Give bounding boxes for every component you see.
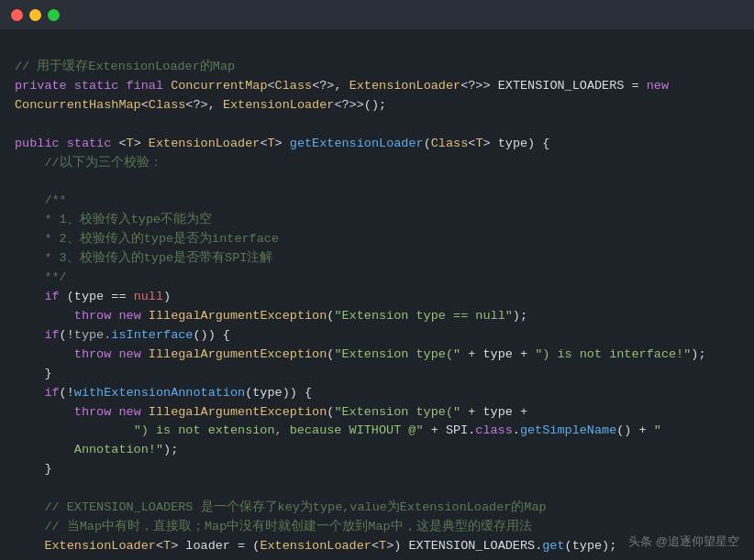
code-editor: // 用于缓存ExtensionLoader的Map private stati… [0, 29, 754, 560]
line-comment1: // 用于缓存ExtensionLoader的Map [15, 58, 739, 77]
line-jsdoc1: /** [15, 192, 739, 211]
line-throw3a: throw new IllegalArgumentException("Exte… [15, 403, 739, 423]
line-jsdoc2: * 1、校验传入type不能为空 [15, 211, 739, 230]
minimize-dot[interactable] [29, 9, 41, 21]
line-blank3 [15, 172, 739, 192]
line-if-null: if (type == null) [15, 288, 739, 307]
line-blank2 [15, 115, 739, 135]
line-blank1 [15, 38, 739, 58]
line-code2: private static final ConcurrentMap<Class… [15, 77, 739, 96]
line-comment3: // EXTENSION_LOADERS 是一个保存了key为type,valu… [15, 499, 739, 518]
maximize-dot[interactable] [48, 9, 60, 21]
line-jsdoc3: * 2、校验传入的type是否为interface [15, 230, 739, 249]
window-bar [0, 0, 754, 29]
close-dot[interactable] [11, 9, 23, 21]
line-throw1: throw new IllegalArgumentException("Exte… [15, 307, 739, 326]
line-brace1: } [15, 365, 739, 384]
line-jsdoc4: * 3、校验传入的type是否带有SPI注解 [15, 249, 739, 269]
line-if-annot: if(!withExtensionAnnotation(type)) { [15, 384, 739, 403]
line-brace2: } [15, 460, 739, 479]
line-throw3b: ") is not extension, because WITHOUT @" … [15, 422, 739, 441]
line-throw3c: Annotation!"); [15, 441, 739, 460]
line-code3: ConcurrentHashMap<Class<?>, ExtensionLoa… [15, 96, 739, 115]
line-blank4 [15, 479, 739, 499]
line-comment2: //以下为三个校验： [15, 154, 739, 173]
line-if-loader-null: if (loader == null) { [15, 556, 739, 560]
line-throw2: throw new IllegalArgumentException("Exte… [15, 346, 739, 365]
line-method-sig: public static <T> ExtensionLoader<T> get… [15, 135, 739, 154]
line-jsdoc5: **/ [15, 269, 739, 288]
line-if-interface: if(!type.isInterface()) { [15, 326, 739, 346]
watermark: 头条 @追逐仰望星空 [628, 533, 739, 551]
